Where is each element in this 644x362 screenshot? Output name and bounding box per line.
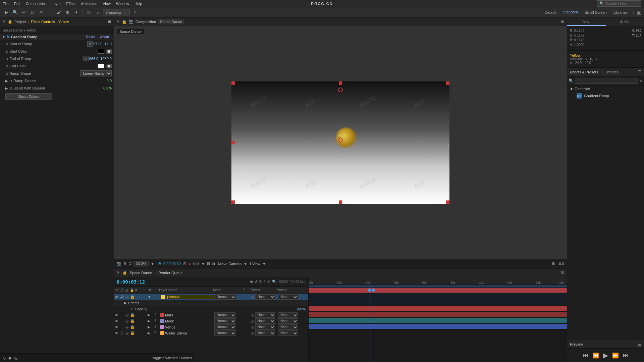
layer-5-lock[interactable]: 🔒 <box>130 331 135 335</box>
viewer-alpha-icon[interactable]: ◑ <box>212 261 215 266</box>
layer-5-mode-dropdown[interactable]: Normal <box>214 330 236 336</box>
panel-options[interactable]: ☰ <box>108 19 111 24</box>
timeline-menu[interactable]: ☰ <box>561 270 564 275</box>
param-value-end-ramp[interactable]: 966.0, 1080.0 <box>89 57 112 61</box>
preview-menu-icon[interactable]: ☰ <box>638 342 641 347</box>
menu-item-window[interactable]: Window <box>116 2 129 6</box>
layer-row-5[interactable]: 👁 🎵 ◎ 🔒 ▶ 5 Walter Dance Normal <box>114 330 308 336</box>
menu-item-animation[interactable]: Animation <box>81 2 97 6</box>
layer-5-solo[interactable]: ◎ <box>125 331 129 335</box>
layer-2-trkmat-dropdown[interactable]: None <box>255 312 275 318</box>
comp-tab[interactable]: Space Dance <box>158 19 184 24</box>
toggle-switches-label[interactable]: Toggle Switches / Modes <box>151 356 192 360</box>
undo-btn[interactable]: ↩ <box>20 9 28 16</box>
handle-bm[interactable] <box>339 200 342 204</box>
help-search[interactable]: 🔍 <box>597 0 641 7</box>
preview-prev-icon[interactable]: ⏪ <box>592 352 599 359</box>
quality-dropdown[interactable]: ▼ <box>201 262 205 266</box>
layer-4-eye[interactable]: 👁 <box>114 325 119 329</box>
layer-5-audio[interactable]: 🎵 <box>119 331 124 335</box>
layer-row-1[interactable]: 👁 🔊 ◎ 🔒 ▼ 1 [Yellow] Normal <box>114 294 308 300</box>
menu-item-layer[interactable]: Layer <box>52 2 61 6</box>
layer-2-mode-dropdown[interactable]: Normal <box>214 312 236 318</box>
quality-label[interactable]: Half <box>193 262 200 266</box>
preview-play-icon[interactable]: ▶ <box>603 351 608 359</box>
view-dropdown[interactable]: ▼ <box>262 262 266 266</box>
layer-3-solo[interactable]: ◎ <box>125 319 129 323</box>
tc-new-comp[interactable]: ⊕ <box>250 280 253 284</box>
view-label[interactable]: 1 View <box>249 262 260 266</box>
viewer-region-icon[interactable]: ⊟ <box>207 261 210 266</box>
workspace-small-screen[interactable]: Small Screen <box>583 10 608 15</box>
layer-1-trkmat-dropdown[interactable]: None <box>255 294 275 300</box>
layer-4-solo[interactable]: ◎ <box>125 325 129 329</box>
handle-bl[interactable] <box>231 200 235 204</box>
menu-item-file[interactable]: File <box>3 2 9 6</box>
play-btn[interactable]: ▷ <box>86 9 93 16</box>
tc-export[interactable]: ⇧ <box>263 280 266 284</box>
menu-item-help[interactable]: Help <box>135 2 142 6</box>
effect-reset-btn[interactable]: Reset <box>86 35 95 39</box>
effects-search-clear[interactable]: ✕ <box>639 78 643 83</box>
effects-item-gradient-ramp[interactable]: GR Gradient Ramp <box>570 92 641 100</box>
param-value-start-ramp[interactable]: 972.0, 12.0 <box>93 42 112 46</box>
select-tool[interactable]: ▶ <box>3 9 10 16</box>
comp-menu-icon[interactable]: ☰ <box>561 19 564 24</box>
layer-2-parent-dropdown[interactable]: None <box>278 312 298 318</box>
layer-2-eye[interactable]: 👁 <box>114 313 119 317</box>
layer-3-eye[interactable]: 👁 <box>114 319 119 323</box>
layer-5-expand[interactable]: ▶ <box>148 331 150 335</box>
help-search-input[interactable] <box>605 2 639 6</box>
workspace-more[interactable]: » <box>632 10 634 14</box>
layer-1-parent-dropdown[interactable]: None <box>278 294 298 300</box>
tab-info[interactable]: Info <box>567 17 606 26</box>
start-color-eyedropper[interactable]: 🔲 <box>106 49 112 54</box>
zoom-dropdown-icon[interactable]: ▼ <box>151 262 154 266</box>
zoom-tool[interactable]: 🔍 <box>11 9 19 16</box>
star-tool[interactable]: ✦ <box>72 9 80 16</box>
layer-3-mode-dropdown[interactable]: Normal <box>214 318 236 324</box>
effects-presets-menu[interactable]: ☰ <box>638 70 641 74</box>
menu-item-composition[interactable]: Composition <box>26 2 46 6</box>
start-color-swatch[interactable] <box>98 49 104 54</box>
effects-search-input[interactable]: gradient ra <box>575 78 638 84</box>
track-2[interactable] <box>309 305 567 311</box>
layer-4-expand[interactable]: ▶ <box>148 325 150 329</box>
opacity-value[interactable]: 100% <box>296 307 306 311</box>
expand-icon[interactable]: ▶ <box>5 79 8 83</box>
panel-lock-icon[interactable]: 🔒 <box>8 19 12 24</box>
handle-tr[interactable] <box>446 81 449 85</box>
layer-1-expand[interactable]: ▼ <box>148 295 151 299</box>
menu-item-edit[interactable]: Edit <box>14 2 20 6</box>
handle-br[interactable] <box>446 200 449 204</box>
layer-2-solo[interactable]: ◎ <box>125 313 129 317</box>
layer-2-expand[interactable]: ▶ <box>148 313 150 317</box>
ramp-shape-dropdown[interactable]: Linear Ramp Radial Ramp <box>80 70 112 76</box>
layer-4-trkmat-dropdown[interactable]: None <box>255 324 275 330</box>
generate-category-header[interactable]: ▼ Generate <box>570 87 641 91</box>
tc-sync[interactable]: ↺ <box>254 280 257 284</box>
camera-dropdown[interactable]: ▼ <box>244 262 247 266</box>
layer-1-audio[interactable]: 🔊 <box>119 295 124 299</box>
viewer-snapshot-icon[interactable]: 📷 <box>117 261 121 266</box>
panel-close-icon[interactable]: ✕ <box>3 19 6 24</box>
menu-item-effect[interactable]: Effect <box>66 2 75 6</box>
end-color-swatch[interactable] <box>98 64 104 68</box>
clone-tool[interactable]: ⊕ <box>64 9 71 16</box>
layer-3-trkmat-dropdown[interactable]: None <box>255 318 275 324</box>
comp-close-icon[interactable]: ✕ <box>117 19 120 24</box>
effect-about-btn[interactable]: About... <box>100 35 112 39</box>
handle-lm[interactable] <box>231 141 235 144</box>
viewer-safe-zones-icon[interactable]: ⊡ <box>128 261 131 266</box>
magnification-display[interactable]: 33.3% <box>133 261 149 266</box>
crosshair-end-ramp[interactable]: ⊕ <box>83 56 89 61</box>
tab-libraries[interactable]: Libraries <box>604 70 619 74</box>
tab-space-dance[interactable]: Space Dance <box>130 271 152 275</box>
param-value-blend[interactable]: 0.0% <box>103 86 112 90</box>
effects-expand-icon[interactable]: ▶ <box>124 301 127 305</box>
track-4[interactable] <box>309 317 567 323</box>
pen-tool[interactable]: ✏ <box>38 9 45 16</box>
preview-first-icon[interactable]: ⏮ <box>583 352 588 358</box>
expand-icon-2[interactable]: ▶ <box>5 86 8 90</box>
viewer-grid-icon[interactable]: ⊞ <box>123 261 126 266</box>
